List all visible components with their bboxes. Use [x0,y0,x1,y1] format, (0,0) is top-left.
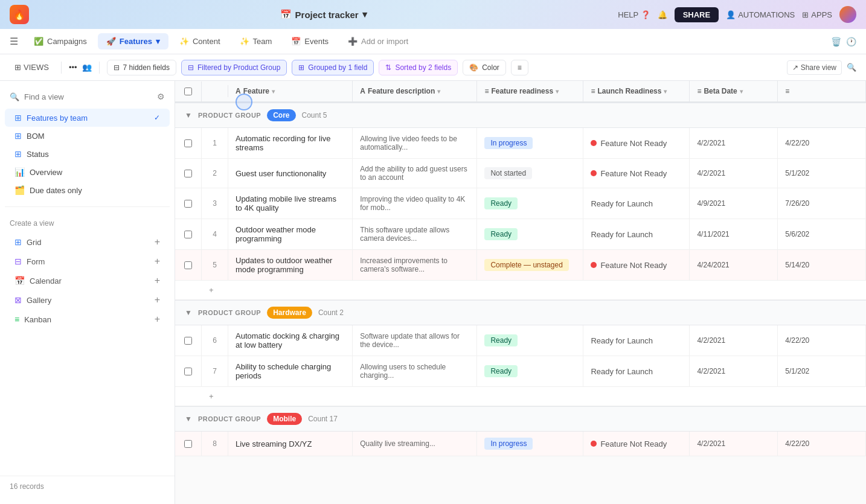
hidden-fields-button[interactable]: ⊟ 7 hidden fields [107,60,176,75]
add-calendar-icon[interactable]: + [155,275,160,286]
tab-content[interactable]: ✨ Content [171,33,229,49]
sidebar-item-overview[interactable]: 📊 Overview [5,163,170,181]
tab-bar: ☰ ✅ Campaigns 🚀 Features ▾ ✨ Content ✨ T… [0,29,866,54]
create-kanban-button[interactable]: ≡ Kanban + [5,310,170,329]
row-end-8: 4/22/20 [778,432,866,456]
group-badge-core: Core [267,109,295,121]
hidden-fields-icon: ⊟ [114,63,120,72]
row-checkbox-1[interactable] [175,128,202,158]
row-height-icon: ≡ [518,63,522,72]
add-gallery-icon[interactable]: + [155,295,160,305]
red-dot-icon-1 [591,140,597,146]
row-checkbox-7[interactable] [175,356,202,386]
tab-team[interactable]: ✨ Team [231,33,281,49]
create-kanban-icon: ≡ [14,314,19,324]
row-feature-6[interactable]: Automatic docking & charging at low batt… [228,325,353,356]
table-row: 1 Automatic recording for live streams A… [175,128,866,159]
row-end-6: 4/22/20 [778,325,866,356]
row-feature-7[interactable]: Ability to schedule charging periods [228,356,353,386]
row-end-5: 5/14/20 [778,250,866,280]
row-desc-1: Allowing live video feeds to be automati… [353,128,477,158]
table-row: 3 Updating mobile live streams to 4K qua… [175,188,866,219]
color-button[interactable]: 🎨 Color [463,60,506,75]
th-beta-date[interactable]: ≡ Beta Date ▾ [690,81,778,101]
row-feature-3[interactable]: Updating mobile live streams to 4K quali… [228,188,353,219]
create-calendar-button[interactable]: 📅 Calendar + [5,271,170,290]
create-form-icon: ⊟ [14,257,22,266]
filter-icon: ⊟ [188,63,194,72]
sort-button[interactable]: ⇅ Sorted by 2 fields [379,60,458,75]
add-form-icon[interactable]: + [155,256,160,267]
trash-icon[interactable]: 🗑️ [831,37,841,46]
row-checkbox-8[interactable] [175,432,202,456]
team-icon-toolbar[interactable]: 👥 [82,63,92,72]
search-input[interactable] [24,92,152,101]
row-feature-1[interactable]: Automatic recording for live streams [228,128,353,158]
select-all-checkbox[interactable] [184,88,192,95]
row-readiness-8: In progress [477,432,583,456]
tab-events[interactable]: 📅 Events [283,33,337,49]
row-readiness-5: Complete — unstaged [477,250,583,280]
views-toggle-button[interactable]: ⊞ VIEWS [10,60,54,74]
row-num-3: 3 [202,188,228,219]
th-readiness[interactable]: ≡ Feature readiness ▾ [477,81,583,101]
sidebar-item-features-by-team[interactable]: ⊞ Features by team ✓ [5,109,170,127]
row-checkbox-4[interactable] [175,219,202,249]
row-num-6: 6 [202,325,228,356]
th-launch[interactable]: ≡ Launch Readiness ▾ [583,81,690,101]
add-kanban-icon[interactable]: + [155,314,160,325]
row-feature-4[interactable]: Outdoor weather mode programming [228,219,353,249]
group-chevron-hardware[interactable]: ▼ [185,308,192,317]
row-checkbox-2[interactable] [175,159,202,188]
create-gallery-button[interactable]: ⊠ Gallery + [5,290,170,310]
group-button[interactable]: ⊞ Grouped by 1 field [292,60,374,75]
th-feature[interactable]: A Feature ▾ [228,81,353,101]
group-chevron-core[interactable]: ▼ [185,111,192,120]
create-grid-button[interactable]: ⊞ Grid + [5,232,170,252]
overview-icon: 📊 [14,167,25,177]
row-checkbox-3[interactable] [175,188,202,219]
add-grid-icon[interactable]: + [155,237,160,247]
th-checkbox[interactable] [175,81,202,101]
tab-campaigns[interactable]: ✅ Campaigns [25,33,95,49]
search-icon[interactable]: 🔍 [847,63,856,72]
sidebar-item-status[interactable]: ⊞ Status [5,145,170,163]
add-row-hardware[interactable]: + [175,387,866,406]
row-feature-8[interactable]: Live streaming DX/YZ [228,432,353,456]
automations-button[interactable]: 👤 AUTOMATIONS [726,10,795,19]
th-description[interactable]: A Feature description ▾ [353,81,477,101]
history-icon[interactable]: 🕐 [846,37,856,46]
share-button[interactable]: SHARE [675,7,719,22]
row-checkbox-5[interactable] [175,250,202,280]
add-row-core[interactable]: + [175,281,866,300]
title-dropdown-icon[interactable]: ▾ [362,9,367,20]
group-icon: ⊞ [298,63,304,72]
bell-icon[interactable]: 🔔 [658,10,667,19]
status-badge-5: Complete — unstaged [484,259,568,271]
sidebar-item-due-dates[interactable]: 🗂️ Due dates only [5,181,170,199]
row-feature-5[interactable]: Updates to outdoor weather mode programm… [228,250,353,280]
table-row: 7 Ability to schedule charging periods A… [175,356,866,387]
tab-add-import[interactable]: ➕ Add or import [339,33,417,49]
tab-features[interactable]: 🚀 Features ▾ [98,33,168,49]
more-options-icon[interactable]: ••• [69,63,77,72]
create-gallery-icon: ⊠ [14,295,22,305]
row-height-button[interactable]: ≡ [511,60,528,75]
create-form-button[interactable]: ⊟ Form + [5,252,170,271]
help-button[interactable]: HELP ❓ [618,10,650,19]
row-feature-2[interactable]: Guest user functiononality [228,159,353,188]
menu-icon[interactable]: ☰ [10,36,18,47]
filter-button[interactable]: ⊟ Filtered by Product Group [181,60,287,75]
features-dropdown-icon[interactable]: ▾ [156,37,160,46]
user-avatar[interactable] [839,6,856,23]
apps-button[interactable]: ⊞ APPS [802,10,832,19]
settings-gear-icon[interactable]: ⚙ [157,92,165,101]
group-header-hardware: ▼ PRODUCT GROUP Hardware Count 2 [175,300,866,325]
th-end-date[interactable]: ≡ [778,81,866,101]
app-logo[interactable]: 🔥 [10,5,29,24]
share-view-button[interactable]: ↗ Share view [787,60,842,75]
row-checkbox-6[interactable] [175,325,202,356]
row-beta-6: 4/2/2021 [690,325,778,356]
sidebar-item-bom[interactable]: ⊞ BOM [5,127,170,145]
group-chevron-mobile[interactable]: ▼ [185,415,192,423]
